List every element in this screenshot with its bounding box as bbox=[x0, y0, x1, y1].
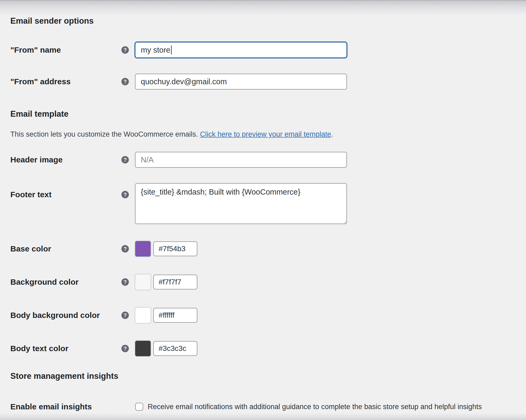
section-heading-email-template: Email template bbox=[10, 109, 69, 119]
help-icon[interactable]: ? bbox=[121, 78, 129, 85]
body-background-color-swatch[interactable] bbox=[135, 307, 151, 324]
section-heading-store-management-insights: Store management insights bbox=[10, 371, 118, 381]
description-text: This section lets you customize the WooC… bbox=[10, 130, 200, 138]
help-icon[interactable]: ? bbox=[121, 345, 129, 352]
from-name-input[interactable] bbox=[135, 42, 347, 58]
body-text-color-label: Body text color bbox=[10, 344, 68, 353]
help-icon[interactable]: ? bbox=[121, 156, 129, 163]
from-address-input-wrap bbox=[135, 74, 347, 90]
woocommerce-email-settings-page: Email sender options "From" name ? "From… bbox=[0, 0, 526, 420]
help-icon[interactable]: ? bbox=[121, 312, 129, 319]
preview-email-template-link[interactable]: Click here to preview your email templat… bbox=[200, 130, 331, 138]
help-icon[interactable]: ? bbox=[121, 245, 129, 253]
bottom-edge-shadow bbox=[0, 413, 526, 420]
body-background-color-label: Body background color bbox=[10, 311, 100, 320]
base-color-hex-input[interactable] bbox=[153, 241, 197, 256]
background-color-hex-input[interactable] bbox=[153, 275, 197, 289]
base-color-swatch[interactable] bbox=[135, 241, 151, 257]
footer-text-textarea[interactable]: {site_title} &mdash; Built with {WooComm… bbox=[135, 183, 347, 224]
body-text-color-hex-input[interactable] bbox=[153, 341, 197, 356]
description-period: . bbox=[331, 130, 333, 138]
enable-email-insights-checkbox-label[interactable]: Receive email notifications with additio… bbox=[148, 403, 482, 411]
email-template-description: This section lets you customize the WooC… bbox=[10, 130, 333, 138]
section-heading-email-sender-options: Email sender options bbox=[10, 16, 94, 26]
background-color-swatch[interactable] bbox=[135, 274, 151, 290]
text-caret bbox=[171, 45, 172, 54]
enable-email-insights-label: Enable email insights bbox=[10, 402, 92, 411]
help-icon[interactable]: ? bbox=[121, 46, 129, 54]
from-address-input[interactable] bbox=[135, 74, 347, 90]
body-background-color-hex-input[interactable] bbox=[153, 308, 197, 323]
from-address-label: "From" address bbox=[10, 77, 71, 86]
header-image-input[interactable] bbox=[135, 152, 347, 168]
body-text-color-swatch[interactable] bbox=[135, 340, 151, 357]
base-color-label: Base color bbox=[10, 244, 51, 253]
from-name-label: "From" name bbox=[10, 45, 61, 54]
top-edge-shadow bbox=[0, 0, 526, 15]
header-image-label: Header image bbox=[10, 155, 63, 164]
footer-text-label: Footer text bbox=[10, 190, 52, 199]
enable-email-insights-checkbox[interactable] bbox=[135, 403, 143, 411]
background-color-label: Background color bbox=[10, 278, 79, 287]
header-image-input-wrap bbox=[135, 152, 347, 168]
help-icon[interactable]: ? bbox=[121, 191, 129, 198]
from-name-input-wrap bbox=[135, 42, 347, 58]
help-icon[interactable]: ? bbox=[121, 278, 129, 286]
